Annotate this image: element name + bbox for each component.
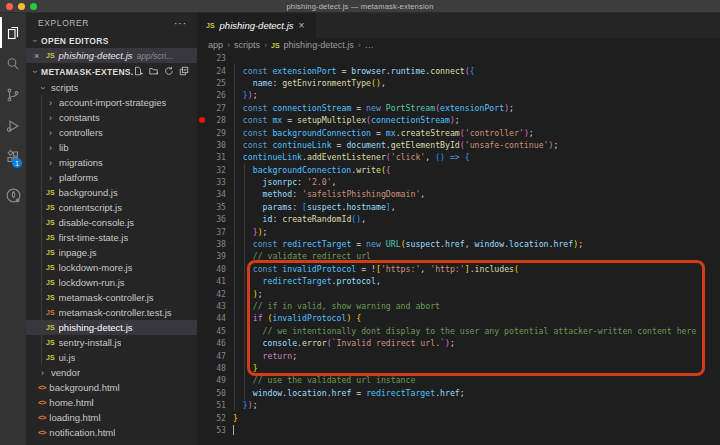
code-text[interactable]: }); — [233, 400, 258, 410]
code-line-53[interactable]: 53 — [197, 424, 720, 436]
code-line-23[interactable]: 23 — [197, 52, 720, 64]
code-line-46[interactable]: 46 console.error(`Invalid redirect url.`… — [197, 337, 720, 349]
more-actions-icon[interactable]: ··· — [174, 18, 187, 29]
code-line-32[interactable]: 32 backgroundConnection.write({ — [197, 164, 720, 176]
breakpoint-icon[interactable] — [199, 117, 205, 123]
code-line-34[interactable]: 34 method: 'safelistPhishingDomain', — [197, 188, 720, 200]
line-number[interactable]: 43 — [197, 301, 226, 311]
code-line-43[interactable]: 43 // if in valid, show warning and abor… — [197, 300, 720, 312]
code-line-33[interactable]: 33 jsonrpc: '2.0', — [197, 176, 720, 188]
chevron-right-icon[interactable]: › — [46, 158, 55, 168]
tree-item-first-time-state.js[interactable]: JSfirst-time-state.js — [26, 230, 197, 245]
code-text[interactable]: }); — [233, 90, 258, 100]
chevron-right-icon[interactable]: › — [46, 173, 55, 183]
line-number[interactable]: 38 — [197, 239, 226, 249]
new-file-icon[interactable] — [133, 66, 143, 78]
code-line-37[interactable]: 37 }); — [197, 225, 720, 237]
line-number[interactable]: 52 — [197, 413, 226, 423]
tree-item-constants[interactable]: ›constants — [26, 110, 197, 125]
tree-item-loading.html[interactable]: <>loading.html — [26, 410, 197, 425]
tree-item-platforms[interactable]: ›platforms — [26, 170, 197, 185]
line-number[interactable]: 23 — [197, 53, 226, 63]
collapse-all-icon[interactable] — [179, 66, 189, 78]
refresh-icon[interactable] — [164, 66, 174, 78]
code-text[interactable]: name: getEnvironmentType(), — [233, 78, 386, 88]
code-text[interactable]: ); — [233, 289, 263, 299]
tree-item-notification.html[interactable]: <>notification.html — [26, 425, 197, 440]
code-line-44[interactable]: 44 if (invalidProtocol) { — [197, 312, 720, 324]
chevron-right-icon[interactable]: › — [46, 128, 55, 138]
line-number[interactable]: 50 — [197, 388, 226, 398]
line-number[interactable]: 47 — [197, 351, 226, 361]
code-line-52[interactable]: 52} — [197, 411, 720, 423]
chevron-right-icon[interactable]: › — [46, 143, 55, 153]
line-number[interactable]: 39 — [197, 251, 226, 261]
line-number[interactable]: 27 — [197, 103, 226, 113]
code-line-31[interactable]: 31 continueLink.addEventListener('click'… — [197, 151, 720, 163]
code-text[interactable]: window.location.href = redirectTarget.hr… — [233, 388, 465, 398]
tree-item-vendor[interactable]: ›vendor — [26, 365, 197, 380]
project-section-header[interactable]: › METAMASK-EXTENS... — [26, 63, 197, 80]
extension-plugin-icon[interactable] — [0, 180, 26, 211]
maximize-window-button[interactable] — [30, 3, 37, 10]
open-editor-item[interactable]: × JS phishing-detect.js app/scri... — [26, 48, 197, 63]
tree-item-lockdown-run.js[interactable]: JSlockdown-run.js — [26, 275, 197, 290]
line-number[interactable]: 51 — [197, 400, 226, 410]
code-line-48[interactable]: 48 } — [197, 362, 720, 374]
code-text[interactable]: const continueLink = document.getElement… — [233, 140, 558, 150]
close-icon[interactable]: × — [34, 51, 42, 61]
tree-item-disable-console.js[interactable]: JSdisable-console.js — [26, 215, 197, 230]
code-text[interactable]: // we intentionally dont display to the … — [233, 326, 696, 336]
code-line-50[interactable]: 50 window.location.href = redirectTarget… — [197, 387, 720, 399]
code-text[interactable]: const backgroundConnection = mx.createSt… — [233, 128, 534, 138]
code-line-39[interactable]: 39 // validate redirect url — [197, 250, 720, 262]
close-tab-icon[interactable]: × — [299, 20, 307, 31]
source-control-icon[interactable] — [0, 79, 26, 110]
line-number[interactable]: 48 — [197, 363, 226, 373]
code-text[interactable]: // validate redirect url — [233, 251, 371, 261]
line-number[interactable]: 26 — [197, 90, 226, 100]
chevron-right-icon[interactable]: › — [38, 368, 47, 378]
tree-item-contentscript.js[interactable]: JScontentscript.js — [26, 200, 197, 215]
code-text[interactable]: params: [suspect.hostname], — [233, 202, 396, 212]
code-text[interactable] — [233, 425, 234, 436]
line-number[interactable]: 53 — [197, 425, 226, 435]
code-line-36[interactable]: 36 id: createRandomId(), — [197, 213, 720, 225]
tree-item-ui.js[interactable]: JSui.js — [26, 350, 197, 365]
close-window-button[interactable] — [6, 3, 13, 10]
code-line-26[interactable]: 26 }); — [197, 89, 720, 101]
tab-phishing-detect[interactable]: JS phishing-detect.js × — [197, 13, 317, 38]
tree-item-account-import-strategies[interactable]: ›account-import-strategies — [26, 95, 197, 110]
tree-item-background.js[interactable]: JSbackground.js — [26, 185, 197, 200]
line-number[interactable]: 41 — [197, 276, 226, 286]
chevron-right-icon[interactable]: › — [46, 98, 55, 108]
minimize-window-button[interactable] — [18, 3, 25, 10]
tree-item-lib[interactable]: ›lib — [26, 140, 197, 155]
tree-item-phishing-detect.js[interactable]: JSphishing-detect.js — [26, 320, 197, 335]
tree-item-lockdown-more.js[interactable]: JSlockdown-more.js — [26, 260, 197, 275]
code-text[interactable]: const extensionPort = browser.runtime.co… — [233, 66, 475, 76]
code-text[interactable]: }); — [233, 227, 268, 237]
line-number[interactable]: 49 — [197, 375, 226, 385]
run-debug-icon[interactable] — [0, 110, 26, 141]
tree-item-scripts[interactable]: ›scripts — [26, 80, 197, 95]
code-text[interactable]: const invalidProtocol = !['https:', 'htt… — [233, 264, 519, 274]
code-line-30[interactable]: 30 const continueLink = document.getElem… — [197, 139, 720, 151]
code-text[interactable]: const redirectTarget = new URL(suspect.h… — [233, 239, 583, 249]
code-line-29[interactable]: 29 const backgroundConnection = mx.creat… — [197, 126, 720, 138]
chevron-right-icon[interactable]: › — [46, 113, 55, 123]
code-text[interactable]: method: 'safelistPhishingDomain', — [233, 189, 425, 199]
code-text[interactable]: // use the validated url instance — [233, 375, 415, 385]
line-number[interactable]: 30 — [197, 140, 226, 150]
code-text[interactable]: continueLink.addEventListener('click', (… — [233, 152, 470, 162]
code-text[interactable]: // if in valid, show warning and abort — [233, 301, 440, 311]
code-line-41[interactable]: 41 redirectTarget.protocol, — [197, 275, 720, 287]
code-line-42[interactable]: 42 ); — [197, 287, 720, 299]
open-editors-section-header[interactable]: › OPEN EDITORS — [26, 33, 197, 48]
code-text[interactable]: return; — [233, 351, 297, 361]
line-number[interactable]: 45 — [197, 326, 226, 336]
code-line-45[interactable]: 45 // we intentionally dont display to t… — [197, 325, 720, 337]
line-number[interactable]: 32 — [197, 165, 226, 175]
line-number[interactable]: 31 — [197, 152, 226, 162]
tree-item-home.html[interactable]: <>home.html — [26, 395, 197, 410]
